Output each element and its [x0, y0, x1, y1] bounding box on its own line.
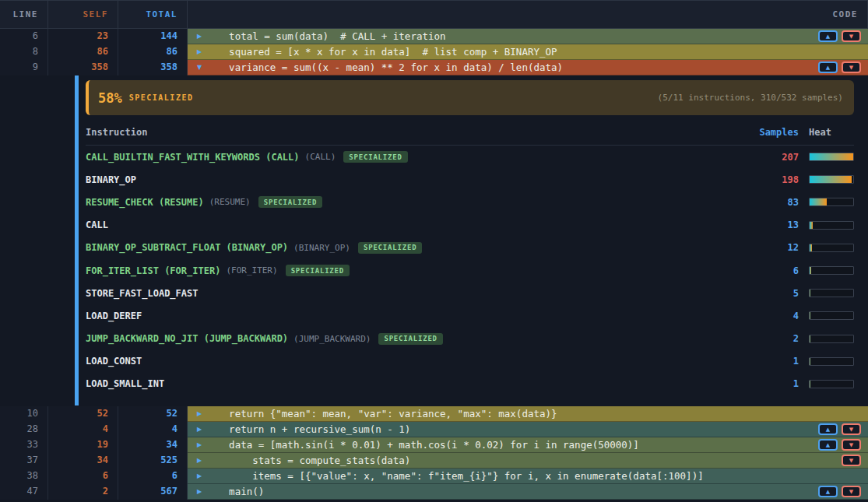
jump-down-button[interactable]: ▼ — [842, 30, 861, 42]
column-header-heat[interactable]: Heat — [809, 127, 854, 138]
column-header-total[interactable]: TOTAL — [118, 1, 188, 28]
heat-fill — [810, 312, 810, 319]
row-nav-buttons: ▲▼ — [818, 61, 861, 73]
heat-fill — [810, 153, 853, 160]
self-samples: 23 — [48, 29, 118, 44]
total-samples: 86 — [118, 44, 188, 60]
jump-down-button[interactable]: ▼ — [842, 423, 861, 435]
code-cell[interactable]: ▶ stats = compute_stats(data)▼ — [188, 453, 868, 469]
code-row[interactable]: 3866▶ items = [{"value": x, "name": f"it… — [0, 469, 868, 484]
code-cell[interactable]: ▶ return n + recursive_sum(n - 1)▲▼ — [188, 422, 868, 437]
jump-up-button[interactable]: ▲ — [818, 486, 838, 497]
code-row[interactable]: 88686▶ squared = [x * x for x in data] #… — [0, 44, 868, 60]
line-number: 38 — [0, 469, 48, 484]
column-header-samples[interactable]: Samples — [744, 127, 799, 138]
instruction-name-cell: CALL — [86, 219, 744, 230]
code-row[interactable]: 623144▶ total = sum(data) # CALL + itera… — [0, 29, 868, 44]
code-cell[interactable]: ▼ variance = sum((x - mean) ** 2 for x i… — [188, 60, 868, 75]
jump-up-button[interactable]: ▲ — [818, 439, 838, 451]
code-row[interactable]: 2844▶ return n + recursive_sum(n - 1)▲▼ — [0, 422, 868, 437]
jump-up-button[interactable]: ▲ — [818, 423, 838, 435]
instruction-name: FOR_ITER_LIST (FOR_ITER) — [86, 265, 220, 276]
code-row[interactable]: 331934▶ data = [math.sin(i * 0.01) + mat… — [0, 437, 868, 453]
heat-bar — [809, 311, 854, 320]
expand-icon[interactable]: ▶ — [197, 406, 206, 422]
expand-icon[interactable]: ▶ — [197, 437, 206, 453]
code-rows-top: 623144▶ total = sum(data) # CALL + itera… — [0, 29, 868, 75]
heat-fill — [810, 335, 810, 342]
line-number: 37 — [0, 453, 48, 469]
column-header-code: CODE — [188, 1, 868, 28]
code-row[interactable]: 472567▶ main()▲▼ — [0, 484, 868, 500]
code-line: items = [{"value": x, "name": f"item_{i}… — [206, 469, 704, 483]
total-samples: 6 — [118, 469, 188, 484]
jump-down-button[interactable]: ▼ — [842, 455, 861, 466]
heat-fill — [810, 358, 810, 365]
specialization-panel: 58% SPECIALIZED (5/11 instructions, 310/… — [86, 75, 854, 395]
instruction-name: CALL — [86, 219, 108, 230]
code-cell[interactable]: ▶ data = [math.sin(i * 0.01) + math.cos(… — [188, 437, 868, 453]
total-samples: 144 — [118, 29, 188, 44]
expand-icon[interactable]: ▶ — [197, 44, 206, 60]
instruction-name: RESUME_CHECK (RESUME) — [86, 197, 204, 208]
instruction-name-cell: STORE_FAST_LOAD_FAST — [86, 288, 744, 299]
instruction-base-name: (CALL) — [305, 152, 336, 162]
instruction-table-header: Instruction Samples Heat — [86, 127, 854, 146]
code-line: total = sum(data) # CALL + iteration — [206, 29, 446, 44]
jump-down-button[interactable]: ▼ — [842, 61, 861, 73]
samples-count: 207 — [744, 152, 799, 163]
specialized-badge: SPECIALIZED — [343, 151, 407, 163]
code-row[interactable]: 9358358▼ variance = sum((x - mean) ** 2 … — [0, 60, 868, 75]
heat-bar — [809, 175, 854, 184]
instruction-list: CALL_BUILTIN_FAST_WITH_KEYWORDS (CALL)(C… — [86, 146, 854, 395]
expand-icon[interactable]: ▶ — [197, 29, 206, 44]
instruction-name-cell: CALL_BUILTIN_FAST_WITH_KEYWORDS (CALL)(C… — [86, 151, 744, 163]
heat-bar — [809, 221, 854, 230]
specialized-badge: SPECIALIZED — [286, 265, 350, 276]
code-line: stats = compute_stats(data) — [206, 453, 410, 468]
specialized-badge: SPECIALIZED — [358, 242, 422, 254]
expand-icon[interactable]: ▶ — [197, 469, 206, 484]
row-nav-buttons: ▼ — [842, 455, 861, 466]
column-header-line[interactable]: LINE — [0, 1, 48, 28]
instruction-base-name: (BINARY_OP) — [293, 243, 350, 253]
specialized-badge: SPECIALIZED — [378, 333, 442, 345]
line-number: 47 — [0, 484, 48, 500]
code-cell[interactable]: ▶ squared = [x * x for x in data] # list… — [188, 44, 868, 60]
jump-down-button[interactable]: ▼ — [842, 486, 861, 497]
instruction-name: STORE_FAST_LOAD_FAST — [86, 288, 199, 299]
expand-icon[interactable]: ▶ — [197, 422, 206, 437]
specialization-percent: 58% — [98, 90, 122, 106]
self-samples: 34 — [48, 453, 118, 469]
instruction-base-name: (FOR_ITER) — [226, 265, 277, 276]
expand-icon[interactable]: ▶ — [197, 484, 206, 500]
code-rows-bottom: 105252▶ return {"mean": mean, "var": var… — [0, 406, 868, 500]
collapse-icon[interactable]: ▼ — [197, 60, 206, 75]
column-header-instruction[interactable]: Instruction — [86, 127, 744, 138]
code-cell[interactable]: ▶ main()▲▼ — [188, 484, 868, 500]
code-cell[interactable]: ▶ total = sum(data) # CALL + iteration▲▼ — [188, 29, 868, 44]
samples-count: 1 — [744, 378, 799, 389]
samples-count: 198 — [744, 174, 799, 185]
code-cell[interactable]: ▶ return {"mean": mean, "var": variance,… — [188, 406, 868, 422]
code-cell[interactable]: ▶ items = [{"value": x, "name": f"item_{… — [188, 469, 868, 484]
heat-fill — [810, 222, 813, 229]
instruction-name-cell: BINARY_OP — [86, 174, 744, 185]
instruction-name-cell: JUMP_BACKWARD_NO_JIT (JUMP_BACKWARD)(JUM… — [86, 333, 744, 345]
instruction-row: BINARY_OP198 — [86, 168, 854, 191]
total-samples: 567 — [118, 484, 188, 500]
samples-count: 6 — [744, 265, 799, 276]
code-row[interactable]: 105252▶ return {"mean": mean, "var": var… — [0, 406, 868, 422]
total-samples: 525 — [118, 453, 188, 469]
self-samples: 358 — [48, 60, 118, 75]
jump-up-button[interactable]: ▲ — [818, 61, 838, 73]
instruction-row: RESUME_CHECK (RESUME)(RESUME)SPECIALIZED… — [86, 191, 854, 213]
instruction-row: STORE_FAST_LOAD_FAST5 — [86, 282, 854, 304]
jump-down-button[interactable]: ▼ — [842, 439, 861, 451]
expand-icon[interactable]: ▶ — [197, 453, 206, 469]
jump-up-button[interactable]: ▲ — [818, 30, 838, 42]
column-header-self[interactable]: SELF — [48, 1, 118, 28]
instruction-name: JUMP_BACKWARD_NO_JIT (JUMP_BACKWARD) — [86, 333, 288, 344]
specialization-summary: (5/11 instructions, 310/532 samples) — [658, 93, 843, 103]
code-row[interactable]: 3734525▶ stats = compute_stats(data)▼ — [0, 453, 868, 469]
